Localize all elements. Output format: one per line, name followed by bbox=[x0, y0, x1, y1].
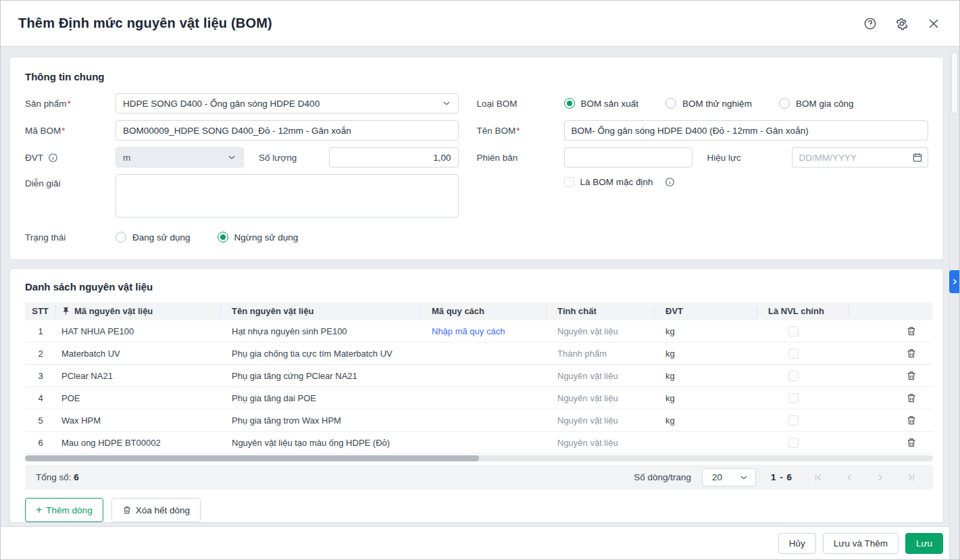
page-range: 1 - 6 bbox=[771, 472, 792, 482]
first-page-icon[interactable] bbox=[813, 472, 824, 483]
effective-date-input[interactable] bbox=[792, 147, 929, 168]
description-textarea[interactable] bbox=[116, 174, 459, 218]
table-row: 2 Materbatch UV Phụ gia chống tia cực tí… bbox=[25, 342, 933, 365]
materials-section-title: Danh sách nguyên vật liệu bbox=[25, 281, 928, 292]
horizontal-scrollbar-thumb[interactable] bbox=[25, 455, 479, 461]
materials-table-header: STT Mã nguyên vật liệu Tên nguyên vật li… bbox=[25, 302, 933, 320]
cancel-button[interactable]: Hủy bbox=[778, 533, 816, 554]
checkbox-icon bbox=[564, 177, 574, 187]
plus-icon: + bbox=[36, 505, 42, 515]
info-icon bbox=[48, 153, 58, 163]
radio-dang-su-dung[interactable]: Đang sử dụng bbox=[116, 232, 191, 243]
dialog-titlebar: Thêm Định mức nguyên vật liệu (BOM) bbox=[1, 1, 959, 47]
table-actions: + Thêm dòng Xóa hết dòng bbox=[25, 498, 928, 522]
radio-icon bbox=[665, 98, 676, 109]
table-row: 4 POE Phụ gia tăng dai POE Nguyên vật li… bbox=[25, 387, 933, 409]
prev-page-icon[interactable] bbox=[844, 472, 855, 483]
save-button[interactable]: Lưu bbox=[905, 533, 943, 554]
close-icon[interactable] bbox=[927, 17, 940, 30]
chevron-down-icon bbox=[442, 99, 451, 108]
settings-gear-icon[interactable] bbox=[895, 17, 909, 30]
chevron-down-icon bbox=[227, 153, 236, 162]
version-label: Phiên bản bbox=[477, 153, 564, 163]
delete-row-icon[interactable] bbox=[906, 348, 917, 359]
bom-code-label: Mã BOM* bbox=[25, 126, 116, 136]
vertical-scrollbar-thumb[interactable] bbox=[951, 52, 958, 114]
is-main-material-checkbox[interactable] bbox=[788, 415, 799, 426]
col-material-name: Tên nguyên vật liệu bbox=[221, 305, 421, 317]
dialog-footer: Hủy Lưu và Thêm Lưu bbox=[1, 526, 959, 559]
add-row-button[interactable]: + Thêm dòng bbox=[25, 498, 103, 522]
materials-table-body: 1 HAT NHUA PE100 Hạt nhựa nguyên sinh PE… bbox=[25, 320, 933, 454]
unit-select: m bbox=[116, 147, 244, 168]
delete-row-icon[interactable] bbox=[906, 392, 917, 403]
next-page-icon[interactable] bbox=[875, 472, 886, 483]
vertical-scrollbar[interactable] bbox=[949, 47, 959, 559]
radio-bom-thu-nghiem[interactable]: BOM thử nghiệm bbox=[665, 98, 752, 109]
description-label: Diễn giải bbox=[25, 178, 116, 188]
effective-date-label: Hiệu lực bbox=[707, 153, 792, 163]
bom-name-input[interactable] bbox=[564, 120, 929, 141]
default-bom-checkbox[interactable]: Là BOM mặc định bbox=[564, 177, 675, 187]
unit-label: ĐVT bbox=[25, 153, 116, 163]
radio-icon bbox=[116, 232, 126, 243]
radio-checked-icon bbox=[564, 98, 575, 109]
col-spec-code: Mã quy cách bbox=[421, 305, 547, 317]
col-material-code: Mã nguyên vật liệu bbox=[56, 305, 221, 317]
table-row: 5 Wax HPM Phụ gia tăng trơn Wax HPM Nguy… bbox=[25, 409, 933, 432]
col-property: Tính chất bbox=[547, 305, 655, 317]
rows-per-page-label: Số dòng/trang bbox=[634, 472, 691, 482]
version-input[interactable] bbox=[564, 147, 692, 168]
info-icon bbox=[665, 177, 675, 187]
expand-panel-tab[interactable] bbox=[949, 270, 959, 293]
general-section-title: Thông tin chung bbox=[25, 71, 928, 82]
radio-checked-icon bbox=[218, 232, 228, 243]
col-is-main: Là NVL chính bbox=[757, 305, 849, 317]
last-page-icon[interactable] bbox=[906, 472, 917, 483]
total-value: 6 bbox=[74, 472, 79, 482]
radio-bom-san-xuat[interactable]: BOM sản xuất bbox=[564, 98, 639, 109]
is-main-material-checkbox[interactable] bbox=[788, 349, 799, 359]
delete-row-icon[interactable] bbox=[906, 437, 917, 448]
table-row: 6 Mau ong HDPE BT00002 Nguyên vật liệu t… bbox=[25, 432, 933, 454]
quantity-input[interactable] bbox=[329, 147, 459, 168]
bom-type-radio-group: BOM sản xuất BOM thử nghiệm BOM gia công bbox=[564, 98, 881, 109]
quantity-label: Số lượng bbox=[259, 153, 329, 163]
is-main-material-checkbox[interactable] bbox=[788, 438, 799, 448]
is-main-material-checkbox[interactable] bbox=[788, 326, 799, 336]
product-select[interactable]: HDPE SONG D400 - Ống gân sóng HDPE D400 bbox=[116, 93, 459, 113]
save-and-add-button[interactable]: Lưu và Thêm bbox=[823, 533, 899, 554]
enter-spec-code-link[interactable]: Nhập mã quy cách bbox=[432, 326, 505, 336]
horizontal-scrollbar[interactable] bbox=[25, 455, 933, 461]
status-label: Trạng thái bbox=[25, 232, 116, 243]
pin-icon bbox=[61, 307, 70, 315]
dialog-body: Thông tin chung Sản phẩm* HDPE SONG D400… bbox=[1, 47, 959, 526]
col-unit: ĐVT bbox=[655, 305, 757, 317]
delete-row-icon[interactable] bbox=[906, 326, 917, 336]
dialog-title: Thêm Định mức nguyên vật liệu (BOM) bbox=[18, 16, 272, 31]
rows-per-page-select[interactable]: 20 bbox=[702, 468, 756, 486]
delete-row-icon[interactable] bbox=[906, 370, 917, 381]
delete-row-icon[interactable] bbox=[906, 415, 917, 426]
radio-ngung-su-dung[interactable]: Ngừng sử dụng bbox=[218, 232, 299, 243]
is-main-material-checkbox[interactable] bbox=[788, 393, 799, 403]
radio-bom-gia-cong[interactable]: BOM gia công bbox=[779, 98, 854, 109]
bom-dialog: Thêm Định mức nguyên vật liệu (BOM) Thôn… bbox=[0, 0, 960, 560]
table-row: 1 HAT NHUA PE100 Hạt nhựa nguyên sinh PE… bbox=[25, 320, 933, 342]
is-main-material-checkbox[interactable] bbox=[788, 371, 799, 381]
calendar-icon[interactable] bbox=[912, 152, 923, 163]
chevron-right-icon bbox=[951, 278, 959, 286]
delete-all-rows-button[interactable]: Xóa hết dòng bbox=[111, 498, 201, 522]
table-row: 3 PClear NA21 Phụ gia tăng cứng PClear N… bbox=[25, 365, 933, 387]
materials-table: STT Mã nguyên vật liệu Tên nguyên vật li… bbox=[25, 302, 933, 454]
col-actions bbox=[849, 305, 933, 317]
bom-code-input[interactable] bbox=[116, 120, 459, 141]
total-count: Tổng số: 6 bbox=[36, 472, 79, 482]
radio-icon bbox=[779, 98, 790, 109]
chevron-down-icon bbox=[739, 473, 749, 482]
materials-card: Danh sách nguyên vật liệu STT Mã nguyên … bbox=[10, 269, 943, 522]
bom-type-label: Loại BOM bbox=[477, 99, 564, 109]
help-icon[interactable] bbox=[863, 17, 877, 30]
table-footer: Tổng số: 6 Số dòng/trang 20 1 - 6 bbox=[25, 465, 933, 490]
trash-icon bbox=[122, 505, 132, 515]
